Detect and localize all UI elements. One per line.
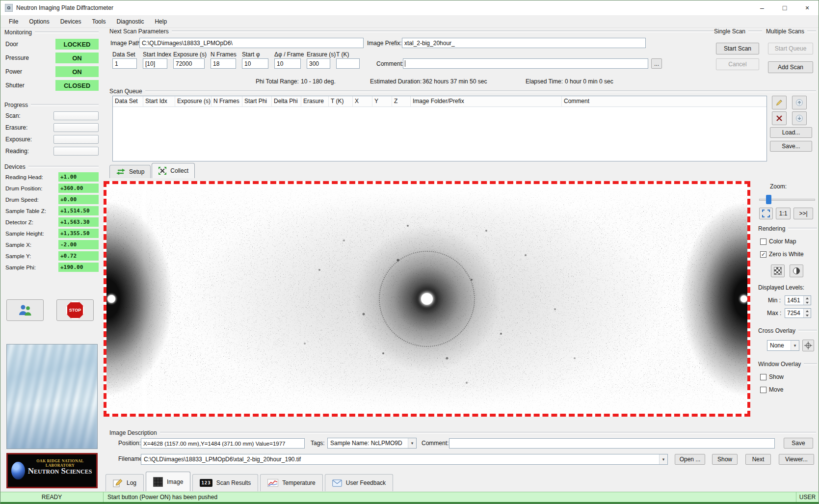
- circle-up-arrow-icon: [795, 99, 803, 106]
- col-erasure[interactable]: Erasure: [301, 96, 329, 106]
- setup-arrows-icon: [116, 168, 126, 175]
- col-data-set[interactable]: Data Set: [113, 96, 143, 106]
- menu-devices[interactable]: Devices: [55, 15, 87, 27]
- menu-tools[interactable]: Tools: [86, 15, 111, 27]
- load-queue-button[interactable]: Load...: [770, 127, 812, 138]
- min-level-stepper[interactable]: 1451: [785, 295, 811, 305]
- door-status-value: LOCKED: [55, 39, 99, 50]
- tab-log[interactable]: Log: [106, 474, 144, 491]
- col-start-phi[interactable]: Start Phi: [242, 96, 272, 106]
- move-up-queue-button[interactable]: [792, 96, 807, 109]
- zoom-max-button[interactable]: >>|: [793, 208, 813, 219]
- col-exposure[interactable]: Exposure (s): [175, 96, 211, 106]
- menu-diagnostic[interactable]: Diagnostic: [111, 15, 149, 27]
- exposure-input[interactable]: [173, 58, 205, 69]
- diffraction-image[interactable]: [106, 184, 747, 414]
- histogram-levels-button[interactable]: [771, 265, 785, 277]
- close-button[interactable]: ×: [796, 0, 819, 15]
- col-n-frames[interactable]: N Frames: [211, 96, 242, 106]
- color-map-checkbox[interactable]: Color Map: [760, 238, 796, 245]
- tab-image[interactable]: Image: [146, 472, 190, 491]
- show-image-button[interactable]: Show: [712, 454, 738, 465]
- device-label: Drum Speed:: [5, 197, 39, 203]
- scan-queue-empty-body[interactable]: [113, 107, 766, 161]
- filename-select[interactable]: C:\QLD\images\18833_LPMOpD6\xtal_2-big_2…: [141, 454, 668, 465]
- image-prefix-input[interactable]: [402, 38, 646, 48]
- image-comment-input[interactable]: [449, 438, 775, 449]
- t-k-input[interactable]: [336, 58, 360, 69]
- delta-phi-input[interactable]: [274, 58, 301, 69]
- maximize-button[interactable]: □: [773, 0, 796, 15]
- tab-temperature[interactable]: Temperature: [260, 474, 322, 491]
- elapsed-time-value: 0 hour 0 min 0 sec: [565, 78, 613, 85]
- n-frames-input[interactable]: [211, 58, 236, 69]
- tab-scan-results[interactable]: 123 Scan Results: [192, 474, 258, 491]
- viewer-button[interactable]: Viewer...: [779, 454, 814, 465]
- comment-browse-button[interactable]: ...: [651, 58, 662, 69]
- open-image-button[interactable]: Open ...: [675, 454, 705, 465]
- move-down-queue-button[interactable]: [792, 111, 807, 125]
- progress-label: Reading:: [5, 148, 29, 155]
- start-queue-button[interactable]: Start Queue: [768, 43, 813, 54]
- right-edge-shadow: [674, 191, 747, 407]
- sample-x-value: -2.00: [58, 240, 99, 249]
- emergency-stop-button[interactable]: STOP: [56, 299, 94, 321]
- start-scan-button[interactable]: Start Scan: [716, 43, 759, 54]
- data-set-input[interactable]: [112, 58, 137, 69]
- color-map-label: Color Map: [769, 238, 796, 245]
- fit-to-window-button[interactable]: [759, 208, 773, 219]
- col-delta-phi[interactable]: Delta Phi: [272, 96, 301, 106]
- monitor-label: Shutter: [5, 82, 25, 89]
- col-z[interactable]: Z: [392, 96, 411, 106]
- save-description-button[interactable]: Save: [784, 438, 813, 449]
- start-phi-input[interactable]: [242, 58, 268, 69]
- window-overlay-show-checkbox[interactable]: Show: [760, 373, 784, 380]
- cross-overlay-select[interactable]: None ▾: [767, 340, 799, 351]
- cancel-scan-button[interactable]: Cancel: [716, 58, 759, 70]
- image-description-title: Image Description: [109, 429, 816, 436]
- menu-file[interactable]: File: [3, 15, 24, 27]
- zoom-slider-thumb[interactable]: [766, 195, 771, 204]
- operators-button[interactable]: [6, 299, 44, 321]
- col-image-folder[interactable]: Image Folder/Prefix: [411, 96, 562, 106]
- erasure-input[interactable]: [307, 58, 330, 69]
- minimize-button[interactable]: –: [751, 0, 773, 15]
- tab-user-feedback[interactable]: User Feedback: [325, 474, 393, 491]
- col-t-k[interactable]: T (K): [329, 96, 353, 106]
- window-overlay-title: Window Overlay: [758, 361, 817, 368]
- window-overlay-move-checkbox[interactable]: Move: [760, 386, 783, 393]
- col-x[interactable]: X: [353, 96, 372, 106]
- max-level-stepper[interactable]: 7254: [785, 308, 811, 318]
- image-path-input[interactable]: [139, 38, 364, 48]
- scan-comment-input[interactable]: [403, 58, 648, 69]
- step-up-button[interactable]: [804, 296, 811, 300]
- zoom-1to1-button[interactable]: 1:1: [776, 208, 791, 219]
- status-user: USER: [796, 492, 819, 502]
- step-down-button[interactable]: [804, 300, 811, 305]
- invert-contrast-button[interactable]: [790, 265, 803, 277]
- col-comment[interactable]: Comment: [562, 96, 766, 106]
- tab-setup-label: Setup: [129, 168, 144, 175]
- crosshair-button[interactable]: [802, 340, 814, 351]
- col-start-idx[interactable]: Start Idx: [143, 96, 175, 106]
- menu-options[interactable]: Options: [24, 15, 54, 27]
- show-label: Show: [769, 373, 784, 380]
- image-top-fade: [106, 184, 747, 218]
- zero-is-white-checkbox[interactable]: Zero is White: [760, 251, 804, 258]
- step-down-button[interactable]: [804, 313, 811, 318]
- menu-help[interactable]: Help: [149, 15, 172, 27]
- edit-queue-item-button[interactable]: [772, 96, 787, 109]
- col-y[interactable]: Y: [372, 96, 392, 106]
- delete-queue-item-button[interactable]: [772, 111, 787, 125]
- add-scan-button[interactable]: Add Scan: [768, 61, 813, 73]
- tab-setup[interactable]: Setup: [109, 165, 151, 178]
- tags-select[interactable]: Sample Name: NcLPMO9D ▾: [327, 438, 417, 449]
- tab-collect[interactable]: Collect: [152, 163, 195, 178]
- start-index-input[interactable]: [143, 58, 167, 69]
- step-up-button[interactable]: [804, 309, 811, 313]
- save-queue-button[interactable]: Save...: [770, 141, 812, 152]
- position-readout[interactable]: [141, 438, 305, 449]
- multiple-scans-title: Multiple Scans: [766, 28, 816, 35]
- progress-row-erasure: Erasure:: [5, 123, 99, 132]
- next-image-button[interactable]: Next: [745, 454, 771, 465]
